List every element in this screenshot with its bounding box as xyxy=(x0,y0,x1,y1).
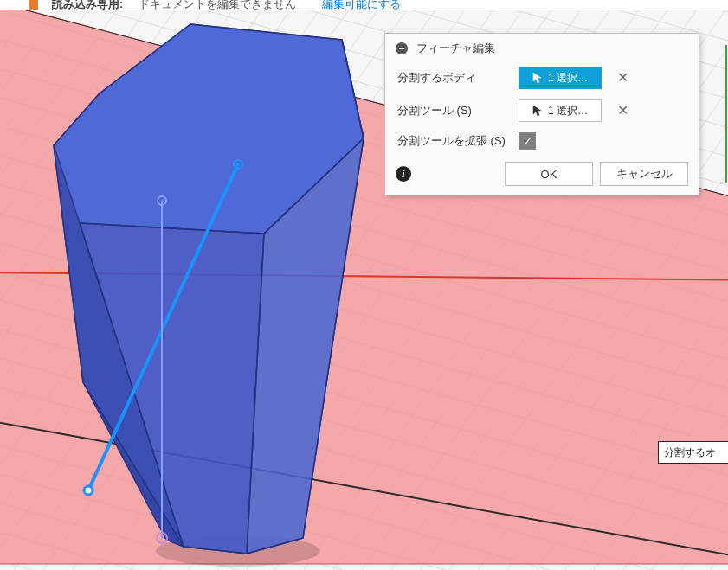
dialog-footer: i OK キャンセル xyxy=(385,155,699,195)
row-split-tool: 分割ツール (S) 1 選択… ✕ xyxy=(385,94,699,127)
feature-edit-dialog[interactable]: − フィーチャ編集 分割するボディ 1 選択… ✕ 分割ツール (S) 1 選択… xyxy=(384,33,699,195)
cursor-icon xyxy=(532,72,543,84)
readonly-label: 読み込み専用: xyxy=(52,0,123,9)
clear-split-tool[interactable]: ✕ xyxy=(617,104,628,118)
selector-split-tool-value: 1 選択… xyxy=(548,104,588,118)
info-icon[interactable]: i xyxy=(396,166,411,182)
ok-button[interactable]: OK xyxy=(505,162,593,186)
selector-split-tool[interactable]: 1 選択… xyxy=(519,99,602,122)
selector-split-body-value: 1 選択… xyxy=(548,71,588,86)
row-extend-tool: 分割ツールを拡張 (S) ✓ xyxy=(385,127,699,155)
cursor-icon xyxy=(532,105,543,117)
label-extend-tool: 分割ツールを拡張 (S) xyxy=(397,133,519,149)
label-split-body: 分割するボディ xyxy=(397,70,519,86)
tooltip-text: 分割するオ xyxy=(664,445,716,460)
label-split-tool: 分割ツール (S) xyxy=(397,103,519,118)
clear-split-body[interactable]: ✕ xyxy=(617,71,628,85)
selector-split-body[interactable]: 1 選択… xyxy=(519,67,602,89)
readonly-description: ドキュメントを編集できません xyxy=(139,0,296,9)
readonly-banner: 読み込み専用: ドキュメントを編集できません 編集可能にする xyxy=(0,0,728,10)
hover-tooltip: 分割するオ xyxy=(658,441,728,464)
readonly-indicator-icon xyxy=(29,0,38,10)
svg-point-15 xyxy=(84,486,93,495)
cancel-button[interactable]: キャンセル xyxy=(600,162,688,186)
collapse-icon[interactable]: − xyxy=(396,42,408,54)
dialog-title: フィーチャ編集 xyxy=(416,41,495,56)
enable-edit-link[interactable]: 編集可能にする xyxy=(322,0,401,9)
checkbox-extend-tool[interactable]: ✓ xyxy=(519,132,536,150)
dialog-title-bar[interactable]: − フィーチャ編集 xyxy=(385,34,699,61)
row-split-body: 分割するボディ 1 選択… ✕ xyxy=(385,61,699,94)
